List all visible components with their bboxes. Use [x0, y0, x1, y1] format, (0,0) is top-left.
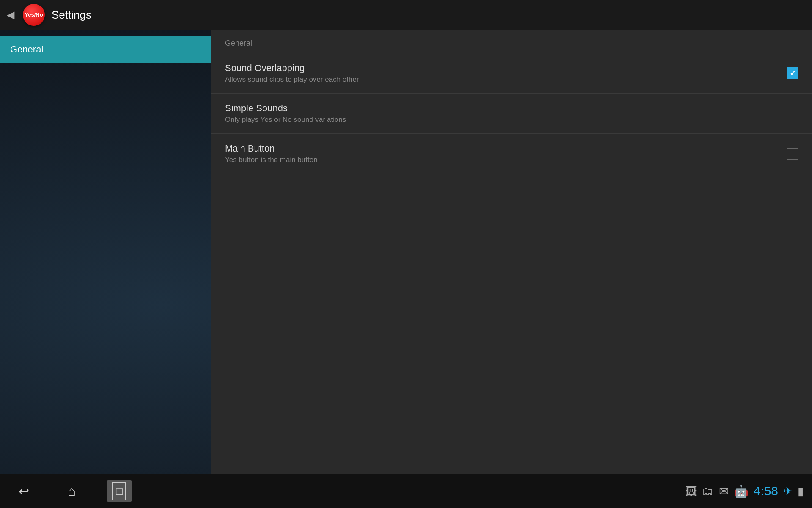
setting-info-sound-overlapping: Sound Overlapping Allows sound clips to …	[225, 63, 778, 84]
back-arrow-icon[interactable]: ◀	[7, 9, 14, 21]
nav-recents-button[interactable]: □	[107, 480, 132, 502]
checkbox-main-button[interactable]	[787, 148, 798, 160]
setting-desc-simple-sounds: Only plays Yes or No sound variations	[225, 116, 778, 124]
setting-info-main-button: Main Button Yes button is the main butto…	[225, 143, 778, 164]
android-icon: 🤖	[734, 484, 749, 498]
setting-info-simple-sounds: Simple Sounds Only plays Yes or No sound…	[225, 103, 778, 124]
setting-row-simple-sounds[interactable]: Simple Sounds Only plays Yes or No sound…	[211, 94, 812, 134]
sidebar-item-general[interactable]: General	[0, 36, 211, 64]
airplane-icon: ✈	[783, 485, 793, 498]
mail-icon: ✉	[719, 484, 729, 498]
setting-desc-main-button: Yes button is the main button	[225, 156, 778, 164]
nav-bar: ↩ ⌂ □ 🖼 🗂 ✉ 🤖 4:58 ✈ ▮	[0, 474, 812, 508]
nav-back-button[interactable]: ↩	[0, 474, 48, 508]
setting-title-simple-sounds: Simple Sounds	[225, 103, 778, 114]
page-title: Settings	[52, 8, 91, 22]
section-title: General	[211, 30, 812, 53]
battery-icon: ▮	[798, 485, 804, 498]
nav-left: ↩ ⌂ □	[0, 474, 144, 508]
sidebar: General	[0, 30, 211, 474]
nav-right: 🖼 🗂 ✉ 🤖 4:58 ✈ ▮	[685, 484, 812, 498]
setting-row-sound-overlapping[interactable]: Sound Overlapping Allows sound clips to …	[211, 53, 812, 94]
gallery-icon: 🖼	[685, 484, 697, 498]
app-icon-text: Yes/No	[25, 12, 43, 18]
setting-desc-sound-overlapping: Allows sound clips to play over each oth…	[225, 75, 778, 84]
setting-title-sound-overlapping: Sound Overlapping	[225, 63, 778, 74]
app-icon: Yes/No	[23, 4, 45, 26]
nav-recents-icon: □	[112, 482, 126, 500]
status-time: 4:58	[754, 484, 778, 498]
main-layout: General General Sound Overlapping Allows…	[0, 30, 812, 474]
nav-home-button[interactable]: ⌂	[48, 474, 96, 508]
setting-title-main-button: Main Button	[225, 143, 778, 154]
setting-row-main-button[interactable]: Main Button Yes button is the main butto…	[211, 134, 812, 174]
checkbox-sound-overlapping[interactable]	[787, 67, 798, 79]
content-panel: General Sound Overlapping Allows sound c…	[211, 30, 812, 474]
nav-home-icon: ⌂	[68, 483, 76, 499]
photos-icon: 🗂	[702, 484, 714, 498]
checkbox-simple-sounds[interactable]	[787, 108, 798, 119]
nav-back-icon: ↩	[19, 484, 29, 499]
action-bar: ◀ Yes/No Settings	[0, 0, 812, 30]
